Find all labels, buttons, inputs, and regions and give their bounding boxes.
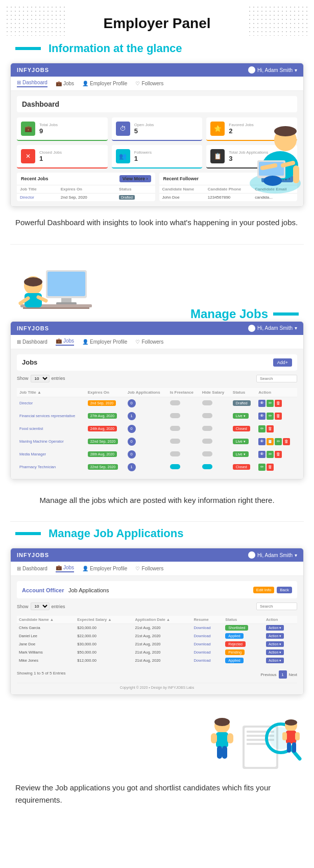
toggle-hide-salary[interactable] <box>202 451 212 456</box>
back-badge[interactable]: Back <box>277 587 292 593</box>
edit-icon[interactable]: ✏ <box>258 425 265 432</box>
freelance-cell <box>167 409 200 422</box>
app-search-input[interactable] <box>256 602 297 610</box>
recent-jobs-title: Recent Jobs <box>21 176 49 181</box>
svg-rect-39 <box>282 732 287 740</box>
edit-icon[interactable]: ✏ <box>275 438 282 445</box>
toggle-freelance[interactable] <box>170 413 180 418</box>
nav-followers-1[interactable]: ♡ Followers <box>135 81 163 86</box>
download-link[interactable]: Download <box>194 650 210 655</box>
nav-dashboard-2[interactable]: ⊞ Dashboard <box>17 339 47 345</box>
svg-rect-25 <box>217 746 222 759</box>
delete-icon[interactable]: 🗑 <box>283 438 290 445</box>
toggle-freelance[interactable] <box>170 426 180 431</box>
col-resume-h: Resume <box>191 616 223 624</box>
nav-employer-profile-3[interactable]: 👤 Employer Profile <box>82 566 127 571</box>
job-title-cell: Pharmacy Technician <box>17 461 85 473</box>
hide-salary-cell <box>200 448 230 461</box>
toggle-freelance[interactable] <box>170 451 180 456</box>
applications-subtitle: Job Applications <box>68 587 109 593</box>
action-icons: ✏ 🗑 <box>258 464 295 471</box>
toggle-hide-salary[interactable] <box>202 400 212 405</box>
add-job-button[interactable]: Add+ <box>273 358 292 367</box>
action-button[interactable]: Action ▾ <box>266 625 284 631</box>
nav-employer-profile-2[interactable]: 👤 Employer Profile <box>82 339 127 345</box>
nav-jobs-1[interactable]: 💼 Jobs <box>56 81 74 86</box>
view-more-jobs-btn[interactable]: View More › <box>119 175 151 182</box>
action-button[interactable]: Action ▾ <box>266 641 284 647</box>
status-cell: Applied <box>223 632 264 640</box>
applications-content: Account Officer Job Applications Edit In… <box>11 576 303 694</box>
freelance-cell <box>167 448 200 461</box>
edit-icon[interactable]: ✏ <box>258 464 265 471</box>
download-link[interactable]: Download <box>194 634 210 638</box>
app-footer-row: Showing 1 to 5 of 5 Entries Previous 1 N… <box>17 668 297 679</box>
app-entries-select[interactable]: 10 <box>31 602 50 610</box>
salary-cell: $22,000.00 <box>75 632 133 640</box>
toggle-freelance-on[interactable] <box>170 464 180 469</box>
nav-dashboard-3[interactable]: ⊞ Dashboard <box>17 566 47 571</box>
download-link[interactable]: Download <box>194 658 210 663</box>
table-row: Manlng Machine Operator 22nd Sep, 2020 0… <box>17 435 297 448</box>
action-button[interactable]: Action ▾ <box>266 649 284 655</box>
status-badge-applied-2: Applied <box>225 658 243 663</box>
toggle-freelance[interactable] <box>170 439 180 444</box>
date-badge: 2nd Sep, 2020 <box>88 400 116 406</box>
nav-dashboard[interactable]: ⊞ Dashboard <box>17 80 47 87</box>
edit-icon[interactable]: ✏ <box>267 451 274 458</box>
toggle-hide-salary-on[interactable] <box>202 464 212 469</box>
candidate-name-cell: Mark Williams <box>17 648 75 657</box>
svg-point-17 <box>24 277 42 286</box>
view-icon[interactable]: 👁 <box>258 451 265 458</box>
action-button[interactable]: Action ▾ <box>266 633 284 639</box>
page-number[interactable]: 1 <box>279 670 287 679</box>
view-icon[interactable]: 👁 <box>258 413 265 420</box>
delete-icon[interactable]: 🗑 <box>275 400 282 407</box>
edit-info-badge[interactable]: Edit Info <box>253 587 274 593</box>
download-link[interactable]: Download <box>194 625 210 630</box>
svg-rect-15 <box>23 307 89 309</box>
toggle-hide-salary[interactable] <box>202 426 212 431</box>
edit-icon[interactable]: ✏ <box>267 400 274 407</box>
view-icon[interactable]: 👁 <box>258 400 265 407</box>
action-cell: Action ▾ <box>264 648 297 657</box>
toggle-hide-salary[interactable] <box>202 413 212 418</box>
next-btn[interactable]: Next <box>289 672 297 677</box>
view-icon[interactable]: 👁 <box>258 438 265 445</box>
nav-jobs-3[interactable]: 💼 Jobs <box>56 565 74 572</box>
recent-jobs-header-row: Job Title Expires On Status <box>17 185 155 194</box>
dot-pattern-left <box>5 5 66 36</box>
edit-icon[interactable]: ✏ <box>267 413 274 420</box>
nav-followers-2[interactable]: ♡ Followers <box>135 339 163 345</box>
entries-select[interactable]: 10 25 50 <box>31 375 50 382</box>
delete-icon[interactable]: 🗑 <box>267 464 274 471</box>
job-link[interactable]: Account Officer <box>22 587 64 593</box>
delete-icon[interactable]: 🗑 <box>267 425 274 432</box>
delete-icon[interactable]: 🗑 <box>275 413 282 420</box>
nav-employer-profile-1[interactable]: 👤 Employer Profile <box>82 81 127 86</box>
nav-followers-3[interactable]: ♡ Followers <box>135 566 163 571</box>
delete-icon[interactable]: 🗑 <box>275 451 282 458</box>
jobs-search-input[interactable] <box>256 375 297 382</box>
action-button[interactable]: Action ▾ <box>266 658 284 663</box>
stat-label-followers: Followers <box>134 150 152 155</box>
nav-jobs-2[interactable]: 💼 Jobs <box>56 338 74 346</box>
hide-salary-cell <box>200 461 230 473</box>
section3-illustration-area <box>0 700 314 771</box>
download-link[interactable]: Download <box>194 642 210 646</box>
applications-title-row: Account Officer Job Applications Edit In… <box>17 581 297 598</box>
action-icons: 👁 ✏ 🗑 <box>258 400 295 407</box>
svg-rect-11 <box>47 272 85 296</box>
apps-icon[interactable]: 📋 <box>267 438 274 445</box>
status-badge: Drafted <box>233 400 251 406</box>
action-icons: 👁 📋 ✏ 🗑 <box>258 438 295 445</box>
resume-cell: Download <box>191 624 223 632</box>
user-name-1: Hi, Adam Smith <box>257 67 293 73</box>
toggle-freelance[interactable] <box>170 400 180 405</box>
table-row: Mike Jones $12,000.00 21st Aug, 2020 Dow… <box>17 657 297 665</box>
prev-btn[interactable]: Previous <box>260 672 276 677</box>
col-status: Status <box>116 185 155 194</box>
toggle-hide-salary[interactable] <box>202 439 212 444</box>
dashboard-icon-2: ⊞ <box>17 339 21 345</box>
dot-pattern-right <box>248 5 309 36</box>
